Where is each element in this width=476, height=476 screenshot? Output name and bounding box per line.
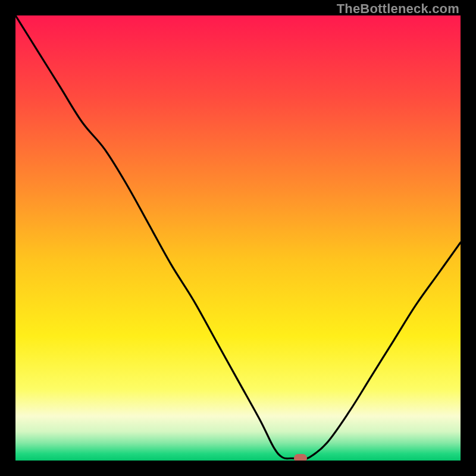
watermark-text: TheBottleneck.com <box>337 1 459 17</box>
background-gradient <box>15 15 461 461</box>
svg-rect-0 <box>15 15 461 461</box>
chart-container: TheBottleneck.com <box>0 0 476 476</box>
plot-area <box>15 15 461 461</box>
optimum-marker <box>294 454 307 461</box>
